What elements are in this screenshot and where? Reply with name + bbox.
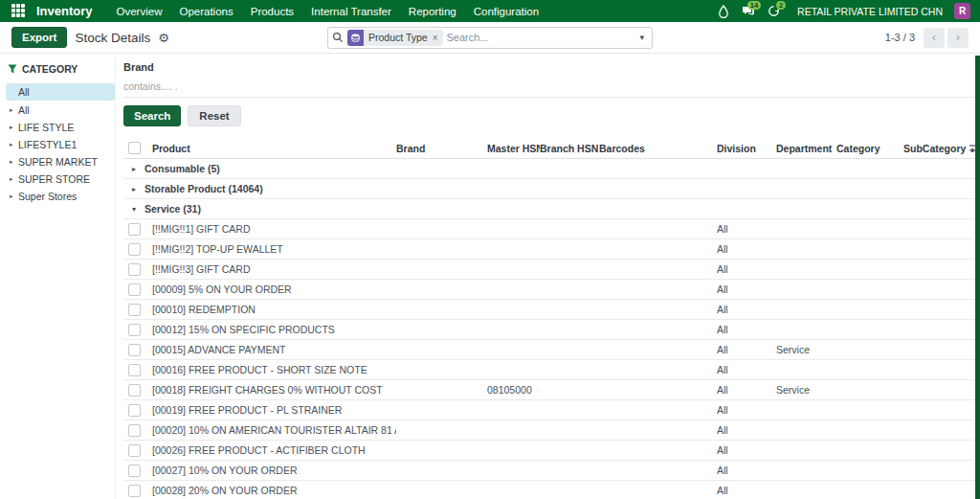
row-checkbox[interactable] [128, 384, 141, 397]
division-cell: All [717, 243, 776, 255]
table-row[interactable]: [!!MIG!!1] GIFT CARD All [123, 219, 980, 239]
user-avatar[interactable]: R [954, 3, 970, 19]
row-checkbox-cell [123, 404, 152, 417]
column-header[interactable]: Department [776, 143, 836, 154]
sidebar-item-label: SUPER STORE [18, 173, 90, 185]
row-checkbox[interactable] [128, 444, 141, 457]
column-header[interactable]: Division [717, 143, 776, 154]
table-row[interactable]: [00028] 20% ON YOUR ORDER All [123, 481, 980, 499]
brand-contains-input[interactable] [123, 79, 980, 98]
caret-right-icon: ▸ [10, 106, 18, 114]
row-checkbox-cell [123, 284, 152, 296]
table-row[interactable]: [00016] FREE PRODUCT - SHORT SIZE NOTE A… [123, 360, 980, 380]
table-row[interactable]: [00010] REDEMPTION All [123, 300, 980, 320]
group-row[interactable]: ▸ Storable Product (14064) [123, 179, 980, 199]
vertical-scrollbar[interactable] [975, 56, 980, 499]
row-checkbox[interactable] [128, 404, 141, 417]
caret-right-icon: ▸ [10, 175, 18, 183]
pager: 1-3 / 3 ‹ › [653, 28, 969, 48]
row-checkbox[interactable] [128, 344, 141, 356]
group-toggle-icon: ▸ [132, 165, 145, 173]
control-panel-left: Export Stock Details ⚙ [11, 27, 327, 48]
pager-prev-button[interactable]: ‹ [924, 28, 945, 48]
table-row[interactable]: [00015] ADVANCE PAYMENT All Service [123, 340, 980, 360]
apps-grid-icon[interactable] [11, 4, 27, 19]
filter-field-label: Brand [123, 61, 980, 73]
row-checkbox[interactable] [128, 424, 141, 437]
table-row[interactable]: [!!MIG!!2] TOP-UP EWALLET All [123, 239, 980, 260]
department-cell: Service [776, 344, 836, 355]
row-checkbox[interactable] [128, 284, 141, 296]
search-bar[interactable]: Product Type × ▾ [327, 27, 653, 49]
droplet-icon[interactable] [713, 1, 734, 22]
sidebar-category-item[interactable]: ▸ All [6, 102, 115, 118]
sidebar-header: CATEGORY [8, 63, 115, 75]
search-input[interactable] [447, 32, 636, 43]
sidebar-category-item[interactable]: ▸ Super Stores [6, 188, 115, 204]
product-cell: [00020] 10% ON AMERICAN TOURISTER ALTAIR… [152, 424, 396, 436]
column-header[interactable]: Master HSN [487, 143, 540, 154]
sidebar-category-item[interactable]: ▸ LIFESTYLE1 [6, 136, 115, 152]
app-name[interactable]: Inventory [36, 4, 93, 18]
column-header[interactable]: Category [836, 143, 903, 154]
page-title: Stock Details [75, 31, 150, 45]
row-checkbox[interactable] [128, 364, 141, 376]
chevron-down-icon[interactable]: ▾ [635, 33, 648, 42]
sidebar-category-item[interactable]: ▸ SUPER MARKET [6, 153, 115, 170]
group-toggle-icon: ▾ [132, 205, 145, 214]
gear-icon[interactable]: ⚙ [158, 32, 169, 44]
company-switcher[interactable]: RETAIL PRIVATE LIMITED CHN [797, 6, 943, 17]
select-all-cell [123, 142, 152, 154]
row-checkbox[interactable] [128, 243, 141, 256]
sidebar-category-item[interactable]: ▸ LIFE STYLE [6, 119, 115, 135]
column-header[interactable]: SubCategory [903, 143, 969, 154]
table-row[interactable]: [00020] 10% ON AMERICAN TOURISTER ALTAIR… [123, 420, 980, 441]
row-checkbox[interactable] [128, 465, 141, 477]
activities-clock-icon[interactable]: 2 [763, 1, 784, 22]
group-row[interactable]: ▸ Consumable (5) [123, 159, 980, 179]
table-row[interactable]: [00018] FREIGHT CHARGES 0% WITHOUT COST … [123, 380, 980, 400]
row-checkbox-cell [123, 243, 152, 256]
filter-buttons: Search Reset [123, 105, 980, 126]
filter-reset-button[interactable]: Reset [188, 105, 240, 126]
facet-remove-icon[interactable]: × [433, 33, 438, 43]
menu-item[interactable]: Operations [170, 0, 241, 22]
column-header[interactable]: Barcodes [599, 143, 717, 154]
table-row[interactable]: [00027] 10% ON YOUR ORDER All [123, 461, 980, 481]
column-header[interactable]: Brand [396, 143, 487, 154]
row-checkbox-cell [123, 304, 152, 316]
column-header[interactable]: Branch HSN [540, 143, 599, 154]
column-header[interactable]: Product [152, 143, 396, 154]
menu-item[interactable]: Products [242, 0, 302, 22]
select-all-checkbox[interactable] [128, 142, 141, 154]
menu-item[interactable]: Configuration [465, 0, 547, 22]
table-row[interactable]: [00019] FREE PRODUCT - PL STRAINER All [123, 400, 980, 420]
row-checkbox[interactable] [128, 324, 141, 336]
group-row[interactable]: ▾ Service (31) [123, 199, 980, 219]
table-row[interactable]: [00026] FREE PRODUCT - ACTIFIBER CLOTH A… [123, 441, 980, 461]
sidebar-item-label: Super Stores [18, 191, 77, 202]
row-checkbox-cell [123, 465, 152, 477]
caret-right-icon: ▸ [10, 124, 18, 131]
table-row[interactable]: [00009] 5% ON YOUR ORDER All [123, 280, 980, 300]
row-checkbox[interactable] [128, 263, 141, 276]
content: CATEGORY ▸ All ▸ All ▸ LIFE STYLE ▸ LIFE… [0, 54, 980, 499]
export-button[interactable]: Export [11, 27, 67, 48]
menu-item[interactable]: Overview [108, 0, 171, 22]
pager-next-button[interactable]: › [947, 28, 969, 48]
table-row[interactable]: [!!MIG!!3] GIFT CARD All [123, 260, 980, 280]
row-checkbox[interactable] [128, 223, 141, 236]
caret-right-icon: ▸ [10, 193, 18, 200]
category-sidebar: CATEGORY ▸ All ▸ All ▸ LIFE STYLE ▸ LIFE… [0, 54, 115, 499]
sidebar-category-item[interactable]: ▸ All [6, 83, 115, 101]
menu-item[interactable]: Internal Transfer [302, 0, 400, 22]
pager-range: 1-3 / 3 [885, 32, 915, 43]
filter-funnel-icon [8, 64, 17, 74]
messages-icon[interactable]: 14 [738, 1, 759, 22]
row-checkbox[interactable] [128, 485, 141, 497]
table-row[interactable]: [00012] 15% ON SPECIFIC PRODUCTS All [123, 320, 980, 340]
filter-search-button[interactable]: Search [123, 105, 181, 126]
menu-item[interactable]: Reporting [400, 0, 465, 22]
sidebar-category-item[interactable]: ▸ SUPER STORE [6, 170, 115, 187]
row-checkbox[interactable] [128, 304, 141, 316]
